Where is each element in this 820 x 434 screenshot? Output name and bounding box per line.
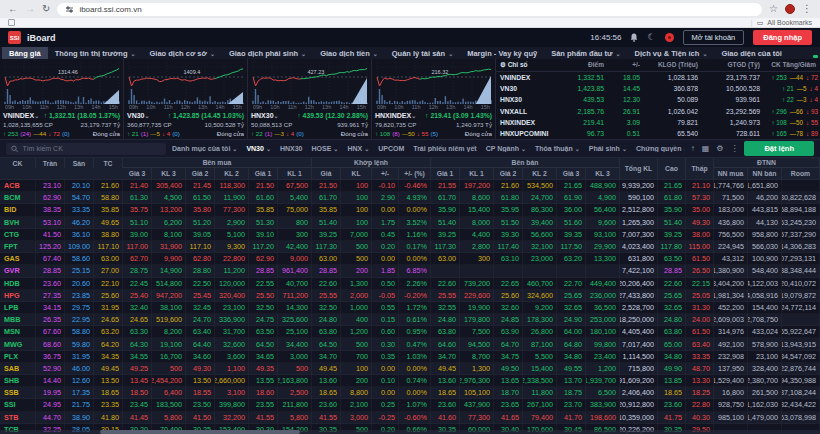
all-bookmarks-label[interactable]: All Bookmarks [767,19,812,26]
cell: 51.40 [431,217,460,228]
bookmark-star-icon[interactable]: ☆ [769,4,778,14]
table-row[interactable]: HDB23.6020.6022.1022.45514,80022.50120,0… [0,278,820,290]
table-row[interactable]: LPB34.1529.7531.9532.4038,10032.4523,100… [0,302,820,314]
theme-moon-icon[interactable]: ☾ [647,33,655,42]
tab-th-a-thu-n[interactable]: Thỏa thuận⌄ [535,145,580,152]
cell: 34.35 [94,351,123,362]
scrollbar-thumb[interactable] [100,430,300,434]
table-row[interactable]: MWG68.6059.8064.2064.3019,10064.4032,600… [0,338,820,350]
menu-item-th-ng-tin-th-tr-ng[interactable]: Thông tin thị trường⌄ [48,47,143,59]
index-row-hnx30[interactable]: HNX30439.5312.3050.089939.961↑ 22—3↓ 4 [496,94,820,105]
cell: 8,100 [152,229,186,240]
cell: 34.75 [494,351,523,362]
menu-item-giao-d-ch-ti-n[interactable]: Giao dịch tiền⌄ [313,47,385,59]
market-overview-strip: 1314.4609h10h11h12h13h14h15hVNINDEX⌄↑ 1,… [0,59,820,140]
index-klgd: 79.821 [644,119,702,126]
back-icon[interactable]: ← [8,4,18,14]
table-row[interactable]: SSI24.9521.7523.3523.45183,50023.50399,8… [0,399,820,411]
bookmark-favicon[interactable] [8,19,15,26]
tab-hnx30[interactable]: HNX30 [280,145,303,152]
cell: 36,500 [586,302,620,313]
table-row[interactable]: SHB14.4012.6013.5013.452,454,20013.502,6… [0,375,820,387]
table-row[interactable]: HPG27.3523.8525.6025.40947,20025.45320,4… [0,290,820,302]
tab-label: HOSE [312,145,332,152]
cell: BVH [0,217,36,228]
tab-danh-m-c-c-a-t-i[interactable]: Danh mục của tôi⌄ [172,145,237,152]
table-row[interactable]: GVR28.8525.1527.0028.7514,90028.8011,200… [0,265,820,277]
menu-item-b-ng-gi-[interactable]: Bảng giá [2,47,48,59]
index-gtgd: 23,179.737 [702,74,764,81]
index-row-hnxupcomini[interactable]: HNXUPCOMINI96.730.5165.540728.611↑ 165—7… [496,128,820,139]
bell-icon[interactable] [630,33,638,42]
cell: 51.20 [186,217,215,228]
browser-menu-icon[interactable]: ⋮ [802,4,812,14]
gear-icon[interactable]: ⚙ [500,61,506,68]
menu-item-giao-di-n-c-a-t-i[interactable]: Giao diện của tôi [714,47,788,59]
cell: 1,529,400 [714,375,748,386]
more-options-icon[interactable]: ⋮ [730,144,738,154]
table-row[interactable]: SSB19.9517.3518.6518.506,40018.553,10018… [0,387,820,399]
tab-label: HNX30 [280,145,303,152]
cell: 22.70 [557,278,586,289]
tab-upcom[interactable]: UPCOM [378,145,404,152]
tab-ch-ng-quy-n[interactable]: Chứng quyền⌄ [636,145,685,152]
cell: 1,300 [460,363,494,374]
reload-icon[interactable]: ↻ [42,4,50,14]
index-name-dropdown[interactable]: VN30⌄ [127,111,150,121]
table-row[interactable]: SAB52.9046.0049.4549.2550049.301,10049.3… [0,363,820,375]
index-row-vnindex[interactable]: VNINDEX1,332.5118.051,028.13623,179.737↑… [496,72,820,83]
table-row[interactable]: ACB23.1020.1021.6021.40305,40021.45118,3… [0,180,820,192]
table-row[interactable]: STB44.7038.9041.8041.455,80041.5032,2004… [0,412,820,424]
cell: 54.70 [65,192,94,203]
table-row[interactable]: PLX36.7531.9534.3534.5516,70034.603,6003… [0,351,820,363]
tab-vn30[interactable]: VN30⌄ [246,145,271,152]
menu-item-s-n-ph-m-u-t-[interactable]: Sản phẩm đầu tư⌄ [544,47,627,59]
index-row-vn30[interactable]: VN301,423.8514.45360.87810,500.528↑ 21—5… [496,83,820,94]
settings-gear-icon[interactable]: ⚙ [716,144,723,154]
login-button[interactable]: Đăng nhập [753,30,812,45]
forward-icon[interactable]: → [25,4,35,14]
index-point: 439.53 [560,96,608,103]
table-row[interactable]: MSN67.6058.8063.2063.308,20063.4031,7006… [0,326,820,338]
table-row[interactable]: BVH53.1046.2049.6551.106,20051.202,90051… [0,217,820,229]
table-row[interactable]: FPT125.20109.00117.10117.0031,900117.109… [0,241,820,253]
table-row[interactable]: MBB26.3522.9524.6524.65519,60024.70336,9… [0,314,820,326]
record-indicator-icon[interactable] [665,33,674,42]
tab-ph-i-sinh[interactable]: Phái sinh⌄ [589,145,627,152]
cell: 1,380,900 [714,265,748,276]
tab-hose[interactable]: HOSE⌄ [312,145,339,152]
cell: 24.00 [686,314,714,325]
layout-grid-icon[interactable]: ▦ [702,144,710,154]
open-account-button[interactable]: Mở tài khoản [683,30,745,45]
index-row-hnxindex[interactable]: HNXINDEX219.413.0979.8211,240.973↑ 108—5… [496,117,820,128]
cell: 3.52% [399,217,431,228]
cell: 947,200 [152,290,186,301]
menu-item-giao-d-ch-c-s-[interactable]: Giao dịch cơ sở⌄ [143,47,222,59]
index-name-dropdown[interactable]: HNX30⌄ [251,111,279,121]
menu-item-label: Margin - Vay ký quỹ [467,49,537,58]
index-row-vnxall[interactable]: VNXALL2,185.7626.911,026.04223,292.569↑ … [496,105,820,116]
table-row[interactable]: BCM62.9054.7058.8061.304,50061.5011,9006… [0,192,820,204]
menu-item-margin-vay-k-qu-[interactable]: Margin - Vay ký quỹ [460,47,544,59]
cell: 23.45 [123,399,152,410]
scroll-top-icon[interactable]: ↑ [691,144,695,154]
menu-item-qu-n-l-t-i-s-n[interactable]: Quản lý tài sản⌄ [385,47,460,59]
stock-search[interactable] [6,143,166,155]
table-row[interactable]: GAS67.4058.6063.0062.709,90062.8022,8006… [0,253,820,265]
tab-hnx[interactable]: HNX⌄ [347,145,369,152]
cell: 2,338,500 [523,375,557,386]
table-row[interactable]: BID38.3533.3535.8535.7513,20035.8077,300… [0,204,820,216]
tab-tr-i-phi-u-ni-m-y-t[interactable]: Trái phiếu niêm yết [413,145,476,152]
indices-settings[interactable]: ⚙ Chỉ số [496,61,560,69]
search-input[interactable] [22,145,161,152]
browser-avatar[interactable] [785,4,795,14]
tab-cp-ng-nh[interactable]: CP Ngành⌄ [486,145,526,152]
menu-item-d-ch-v-ti-n-ch[interactable]: Dịch vụ & Tiện ích⌄ [628,47,715,59]
menu-item-giao-d-ch-ph-i-sinh[interactable]: Giao dịch phái sinh⌄ [222,47,313,59]
header-group-buy: Bên mua [123,158,312,168]
table-row[interactable]: CTG41.5036.1038.8039.008,10039.055,10039… [0,229,820,241]
index-name-dropdown[interactable]: HNXINDEX⌄ [375,111,416,121]
place-order-button[interactable]: Đặt lệnh [744,141,814,156]
index-name-dropdown[interactable]: VNINDEX⌄ [3,111,39,121]
address-bar[interactable]: iboard.ssi.com.vn [57,3,762,16]
